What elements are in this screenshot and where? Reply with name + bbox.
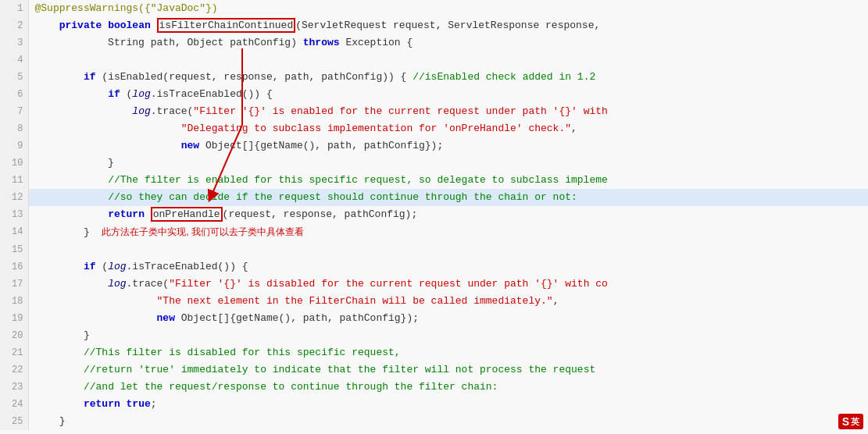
line-content: new Object[]{getName(), path, pathConfig… <box>28 137 868 155</box>
table-row: 3 String path, Object pathConfig) throws… <box>0 34 868 52</box>
line-number: 5 <box>0 69 28 86</box>
line-number: 4 <box>0 52 28 69</box>
code-table: 1 @SuppressWarnings({"JavaDoc"}) 2 priva… <box>0 0 868 430</box>
line-content: //so they can decide if the request shou… <box>28 189 868 206</box>
table-row: 18 "The next element in the FilterChain … <box>0 293 868 310</box>
line-content: "The next element in the FilterChain wil… <box>28 293 868 310</box>
sogou-s-letter: S <box>842 415 849 428</box>
table-row: 8 "Delegating to subclass implementation… <box>0 120 868 137</box>
line-content: //and let the request/response to contin… <box>28 379 868 396</box>
line-content: private boolean isFilterChainContinued(S… <box>28 17 868 34</box>
table-row: 24 return true; <box>0 396 868 413</box>
line-content: @SuppressWarnings({"JavaDoc"}) <box>28 0 868 17</box>
line-number: 25 <box>0 413 28 430</box>
line-number: 6 <box>0 86 28 103</box>
table-row: 13 return onPreHandle(request, response,… <box>0 206 868 223</box>
line-number: 10 <box>0 155 28 172</box>
line-content: //The filter is enabled for this specifi… <box>28 172 868 189</box>
line-content: "Delegating to subclass implementation f… <box>28 120 868 137</box>
table-row: 1 @SuppressWarnings({"JavaDoc"}) <box>0 0 868 17</box>
line-content: //return 'true' immediately to indicate … <box>28 361 868 379</box>
table-row: 22 //return 'true' immediately to indica… <box>0 361 868 379</box>
line-content: //This filter is disabled for this speci… <box>28 344 868 361</box>
line-number: 7 <box>0 103 28 120</box>
line-content: log.trace("Filter '{}' is disabled for t… <box>28 276 868 293</box>
table-row: 25 } <box>0 413 868 430</box>
table-row: 17 log.trace("Filter '{}' is disabled fo… <box>0 276 868 293</box>
line-content: new Object[]{getName(), path, pathConfig… <box>28 310 868 327</box>
line-content: } 此方法在子类中实现, 我们可以去子类中具体查看 <box>28 223 868 241</box>
line-content: if (log.isTraceEnabled()) { <box>28 258 868 276</box>
line-content: } <box>28 327 868 344</box>
table-row: 20 } <box>0 327 868 344</box>
line-number: 3 <box>0 34 28 52</box>
line-number: 14 <box>0 223 28 241</box>
sogou-label: 英 <box>851 416 859 428</box>
line-number: 13 <box>0 206 28 223</box>
line-content <box>28 52 868 69</box>
table-row: 19 new Object[]{getName(), path, pathCon… <box>0 310 868 327</box>
line-number: 23 <box>0 379 28 396</box>
line-number: 11 <box>0 172 28 189</box>
line-number: 15 <box>0 241 28 258</box>
table-row: 4 <box>0 52 868 69</box>
line-content: } <box>28 155 868 172</box>
line-content <box>28 241 868 258</box>
table-row: 5 if (isEnabled(request, response, path,… <box>0 69 868 86</box>
line-content: return onPreHandle(request, response, pa… <box>28 206 868 223</box>
line-number: 19 <box>0 310 28 327</box>
table-row: 15 <box>0 241 868 258</box>
table-row: 7 log.trace("Filter '{}' is enabled for … <box>0 103 868 120</box>
line-number: 8 <box>0 120 28 137</box>
line-content: if (log.isTraceEnabled()) { <box>28 86 868 103</box>
line-number: 22 <box>0 361 28 379</box>
table-row: 11 //The filter is enabled for this spec… <box>0 172 868 189</box>
line-number: 12 <box>0 189 28 206</box>
line-number: 2 <box>0 17 28 34</box>
line-number: 9 <box>0 137 28 155</box>
line-number: 24 <box>0 396 28 413</box>
table-row: 23 //and let the request/response to con… <box>0 379 868 396</box>
table-row: 10 } <box>0 155 868 172</box>
line-content: String path, Object pathConfig) throws E… <box>28 34 868 52</box>
code-container: 1 @SuppressWarnings({"JavaDoc"}) 2 priva… <box>0 0 868 434</box>
line-number: 17 <box>0 276 28 293</box>
line-number: 18 <box>0 293 28 310</box>
line-content: } <box>28 413 868 430</box>
line-content: if (isEnabled(request, response, path, p… <box>28 69 868 86</box>
sogou-icon[interactable]: S 英 <box>838 414 863 429</box>
table-row: 21 //This filter is disabled for this sp… <box>0 344 868 361</box>
table-row: 16 if (log.isTraceEnabled()) { <box>0 258 868 276</box>
table-row: 2 private boolean isFilterChainContinued… <box>0 17 868 34</box>
line-content: return true; <box>28 396 868 413</box>
line-number: 21 <box>0 344 28 361</box>
table-row: 9 new Object[]{getName(), path, pathConf… <box>0 137 868 155</box>
line-number: 1 <box>0 0 28 17</box>
table-row: 6 if (log.isTraceEnabled()) { <box>0 86 868 103</box>
line-content: log.trace("Filter '{}' is enabled for th… <box>28 103 868 120</box>
table-row: 14 } 此方法在子类中实现, 我们可以去子类中具体查看 <box>0 223 868 241</box>
table-row: 12 //so they can decide if the request s… <box>0 189 868 206</box>
line-number: 16 <box>0 258 28 276</box>
line-number: 20 <box>0 327 28 344</box>
